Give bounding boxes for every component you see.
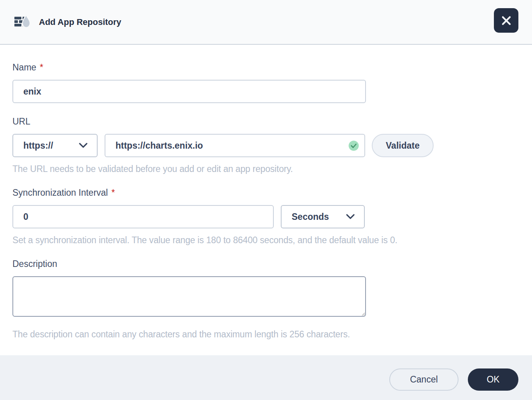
url-input-wrapper	[105, 134, 365, 157]
scheme-select[interactable]: https://	[12, 134, 98, 157]
chevron-down-icon	[346, 214, 355, 219]
name-label: Name *	[12, 62, 520, 73]
sync-interval-input[interactable]	[12, 205, 274, 228]
validate-button[interactable]: Validate	[372, 134, 434, 157]
description-label: Description	[12, 259, 520, 269]
dialog-title: Add App Repository	[39, 17, 121, 27]
sync-interval-helper-text: Set a synchronization interval. The valu…	[12, 235, 520, 246]
add-app-repository-dialog: Add App Repository Name * URL https://	[0, 0, 532, 400]
sync-interval-label-text: Synchronization Interval	[12, 188, 108, 198]
app-repository-icon	[14, 16, 30, 29]
cancel-button[interactable]: Cancel	[389, 368, 458, 391]
time-unit-select[interactable]: Seconds	[281, 205, 365, 228]
url-row: https:// Validate	[12, 134, 520, 157]
chevron-down-icon	[79, 143, 88, 148]
url-helper-text: The URL needs to be validated before you…	[12, 164, 520, 174]
check-circle-icon	[348, 140, 359, 151]
url-input[interactable]	[105, 135, 348, 156]
required-asterisk: *	[111, 188, 115, 198]
sync-interval-row: Seconds	[12, 205, 520, 228]
scheme-select-value: https://	[23, 140, 53, 151]
sync-interval-label: Synchronization Interval *	[12, 188, 520, 198]
time-unit-select-value: Seconds	[292, 212, 329, 222]
dialog-footer: Cancel OK	[0, 355, 532, 400]
description-label-text: Description	[12, 259, 57, 269]
ok-button[interactable]: OK	[468, 368, 518, 391]
required-asterisk: *	[40, 62, 43, 73]
url-label-text: URL	[12, 116, 30, 127]
dialog-body: Name * URL https:// Validate	[0, 45, 532, 355]
url-label: URL	[12, 116, 520, 127]
name-input[interactable]	[12, 80, 366, 103]
description-textarea[interactable]	[12, 276, 366, 317]
name-label-text: Name	[12, 62, 36, 73]
close-button[interactable]	[494, 8, 518, 33]
close-icon	[500, 14, 513, 27]
dialog-header: Add App Repository	[0, 0, 532, 45]
description-helper-text: The description can contain any characte…	[12, 329, 520, 340]
